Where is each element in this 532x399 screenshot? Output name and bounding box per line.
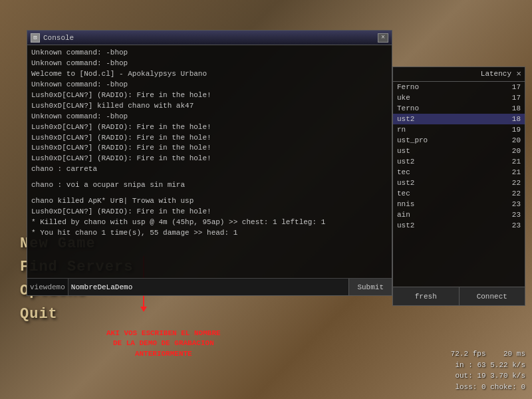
console-log[interactable]: Unknown command: -bhopUnknown command: -…	[27, 45, 392, 278]
player-latency: 18	[512, 104, 521, 112]
hud-in: in : 63 5.22 k/s	[451, 360, 525, 371]
log-line: Lush0xD[CLAN?] (RADIO): Fire in the hole…	[31, 133, 388, 144]
fresh-button[interactable]: fresh	[393, 287, 460, 305]
log-line: Unknown command: -bhop	[31, 59, 388, 69]
console-icon: ⊡	[31, 33, 40, 43]
player-name: ust2	[397, 179, 414, 187]
log-line: Unknown command: -bhop	[31, 80, 388, 90]
player-name: ust2	[397, 158, 414, 166]
player-name: ust2	[397, 221, 414, 229]
player-row[interactable]: Ferno17	[393, 82, 525, 92]
console-close-button[interactable]: ×	[378, 33, 388, 43]
player-panel-close-button[interactable]: ×	[516, 69, 521, 79]
player-latency: 20	[512, 136, 521, 144]
player-row[interactable]: Terno18	[393, 103, 525, 114]
player-name: ust	[397, 147, 410, 155]
log-line	[31, 175, 388, 180]
log-line: chano : voi a ocupar snipa sin mira	[31, 180, 388, 191]
player-row[interactable]: ust223	[393, 220, 525, 231]
arrow-tip	[140, 307, 147, 312]
console-input-field[interactable]	[68, 279, 349, 295]
player-name: tec	[397, 190, 410, 198]
hud-out: out: 19 3.70 k/s	[451, 370, 525, 382]
player-row[interactable]: rn19	[393, 124, 525, 135]
console-input-prefix: viewdemo	[27, 279, 68, 295]
log-line: * Killed by chano with usp @ 4m (45hp, 9…	[31, 217, 388, 228]
log-line: Unknown command: -bhop	[31, 112, 388, 122]
player-row[interactable]: tec21	[393, 167, 525, 178]
log-line: * You hit chano 1 time(s), 55 damage >> …	[31, 228, 388, 239]
hud-stats: 72.2 fps 20 ms in : 63 5.22 k/s out: 19 …	[451, 348, 525, 392]
console-titlebar: ⊡ Console ×	[27, 31, 392, 45]
player-latency: 17	[512, 83, 521, 91]
player-row[interactable]: ain23	[393, 209, 525, 220]
player-row[interactable]: uke17	[393, 92, 525, 103]
player-latency: 18	[512, 115, 521, 123]
player-name: nnis	[397, 200, 414, 208]
player-row[interactable]: ust221	[393, 156, 525, 167]
player-row[interactable]: ust20	[393, 146, 525, 156]
player-latency: 20	[512, 147, 521, 155]
player-row[interactable]: tec22	[393, 188, 525, 199]
connect-button[interactable]: Connect	[460, 287, 525, 305]
hud-fps: 72.2 fps 20 ms	[451, 348, 525, 360]
log-line: Lush0xD[CLAN?] killed chano with ak47	[31, 101, 388, 112]
player-name: ust_pro	[397, 136, 428, 144]
log-line: Unknown command: -bhop	[31, 48, 388, 59]
player-latency: 21	[512, 158, 521, 166]
console-body: Unknown command: -bhopUnknown command: -…	[27, 45, 392, 295]
player-panel-header: Latency ×	[393, 67, 525, 82]
log-line: chano : carreta	[31, 164, 388, 175]
player-name: ust2	[397, 115, 414, 123]
player-latency: 23	[512, 211, 521, 219]
log-line: Lush0xD[CLAN?] (RADIO): Fire in the hole…	[31, 154, 388, 164]
log-line	[31, 191, 388, 196]
player-latency: 23	[512, 200, 521, 208]
console-title: Console	[43, 34, 378, 42]
log-line: Lush0xD[CLAN?] (RADIO): Fire in the hole…	[31, 207, 388, 217]
player-name: ain	[397, 211, 410, 219]
player-name: rn	[397, 126, 406, 134]
player-panel: Latency × Ferno17uke17Terno18ust218rn19u…	[392, 66, 525, 306]
player-latency: 19	[512, 126, 521, 134]
player-name: Ferno	[397, 83, 419, 91]
player-name: tec	[397, 168, 410, 176]
console-submit-button[interactable]: Submit	[348, 279, 392, 295]
player-latency: 21	[512, 168, 521, 176]
player-latency: 22	[512, 190, 521, 198]
log-line: Lush0xD[CLAN?] (RADIO): Fire in the hole…	[31, 143, 388, 154]
player-row[interactable]: ust218	[393, 114, 525, 124]
log-line: Lush0xD[CLAN?] (RADIO): Fire in the hole…	[31, 90, 388, 101]
log-line: Welcome to [Nod.cl] - Apokalypsys Urbano	[31, 69, 388, 80]
player-list[interactable]: Ferno17uke17Terno18ust218rn19ust_pro20us…	[393, 82, 525, 287]
log-line: Lush0xD[CLAN?] (RADIO): Fire in the hole…	[31, 122, 388, 133]
console-window: ⊡ Console × Unknown command: -bhopUnknow…	[27, 30, 392, 296]
player-latency: 17	[512, 94, 521, 102]
console-input-row: viewdemo Submit	[27, 278, 392, 295]
player-row[interactable]: nnis23	[393, 199, 525, 209]
player-row[interactable]: ust222	[393, 178, 525, 188]
player-panel-footer: fresh Connect	[393, 287, 525, 305]
player-name: Terno	[397, 104, 419, 112]
quit-menu-item[interactable]: Quit	[20, 303, 133, 326]
hud-loss: loss: 0 choke: 0	[451, 382, 525, 393]
player-latency: 23	[512, 221, 521, 229]
player-row[interactable]: ust_pro20	[393, 135, 525, 146]
player-latency: 22	[512, 179, 521, 187]
player-name: uke	[397, 94, 410, 102]
log-line: chano killed ApK* UrB| Trowa with usp	[31, 196, 388, 207]
